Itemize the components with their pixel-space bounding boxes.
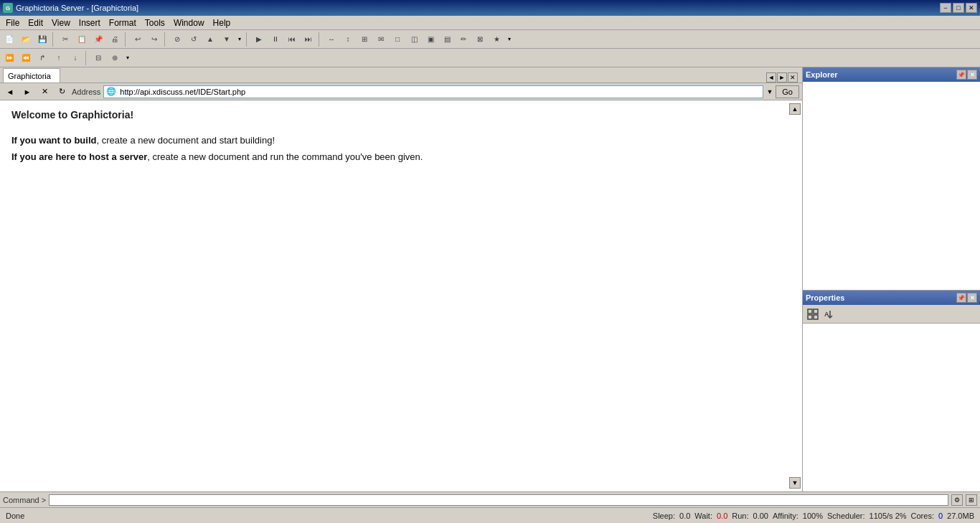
tb5b[interactable]: ↕ xyxy=(340,32,356,47)
menu-insert[interactable]: Insert xyxy=(75,17,105,29)
pause-btn[interactable]: ⏸ xyxy=(268,32,283,47)
play-btn[interactable]: ▶ xyxy=(251,32,267,47)
content-area: Graphictoria ◄ ► ✕ ◄ ► ✕ ↻ Address 🌐 ▼ G xyxy=(0,67,802,491)
main-tab[interactable]: Graphictoria xyxy=(3,68,60,83)
paste-btn[interactable]: 📌 xyxy=(90,32,106,47)
status-right: Sleep: 0.0 Wait: 0.0 Run: 0.00 Affinity:… xyxy=(653,512,974,520)
menu-file[interactable]: File xyxy=(1,17,24,29)
stop-button[interactable]: ✕ xyxy=(37,85,52,99)
tab-left-btn[interactable]: ◄ xyxy=(766,72,776,83)
tab-right-btn[interactable]: ► xyxy=(777,72,787,83)
address-bar: ◄ ► ✕ ↻ Address 🌐 ▼ Go xyxy=(0,83,802,100)
status-left: Done xyxy=(6,512,24,520)
menu-view[interactable]: View xyxy=(47,17,75,29)
redo-btn[interactable]: ↪ xyxy=(146,32,162,47)
run-val: 0.00 xyxy=(753,512,768,520)
back-button[interactable]: ◄ xyxy=(3,85,17,99)
sep5 xyxy=(319,32,321,47)
tb3a[interactable]: ⊘ xyxy=(169,32,185,47)
tb3e-drop[interactable]: ▾ xyxy=(235,32,244,47)
title-text: Graphictoria Server - [Graphictoria] xyxy=(16,4,138,12)
status-bar: Done Sleep: 0.0 Wait: 0.0 Run: 0.00 Affi… xyxy=(0,507,980,523)
tb2b[interactable]: ⏪ xyxy=(18,50,34,66)
tb5l-drop[interactable]: ▾ xyxy=(505,32,514,47)
tb2a[interactable]: ⏩ xyxy=(1,50,17,66)
command-extra-btn[interactable]: ⊞ xyxy=(966,494,977,506)
tb5a[interactable]: ↔ xyxy=(324,32,339,47)
menu-edit[interactable]: Edit xyxy=(24,17,47,29)
tb5d[interactable]: ✉ xyxy=(373,32,389,47)
content-line2: If you are here to host a server, create… xyxy=(11,149,791,165)
new-btn[interactable]: 📄 xyxy=(1,32,17,47)
tb5g[interactable]: ▣ xyxy=(423,32,438,47)
line1-bold: If you want to build xyxy=(11,135,96,146)
print-btn[interactable]: 🖨 xyxy=(107,32,123,47)
sleep-label: Sleep: xyxy=(653,512,675,520)
explorer-close-btn[interactable]: ✕ xyxy=(967,70,977,80)
tb2e[interactable]: ↓ xyxy=(67,50,83,66)
command-bar: Command > ⚙ ⊞ xyxy=(0,491,980,507)
run-label: Run: xyxy=(732,512,748,520)
scroll-down-btn[interactable]: ▼ xyxy=(789,477,801,489)
tb2f[interactable]: ⊟ xyxy=(90,50,106,66)
tb5f[interactable]: ◫ xyxy=(406,32,422,47)
step-back-btn[interactable]: ⏮ xyxy=(284,32,300,47)
line2-rest: , create a new document and run the comm… xyxy=(147,151,423,162)
refresh-button[interactable]: ↻ xyxy=(55,85,69,99)
toolbar2: ⏩ ⏪ ↱ ↑ ↓ ⊟ ⊕ ▾ xyxy=(0,49,980,67)
svg-text:G: G xyxy=(6,5,10,11)
tb2h-drop[interactable]: ▾ xyxy=(123,50,132,66)
address-input[interactable] xyxy=(118,86,763,98)
tb5c[interactable]: ⊞ xyxy=(357,32,372,47)
tb5i[interactable]: ✏ xyxy=(456,32,471,47)
close-button[interactable]: ✕ xyxy=(966,3,977,13)
menu-help[interactable]: Help xyxy=(209,17,235,29)
menu-tools[interactable]: Tools xyxy=(141,17,169,29)
prop-sort-btn[interactable]: A xyxy=(821,307,836,321)
properties-close-btn[interactable]: ✕ xyxy=(967,293,977,303)
minimize-button[interactable]: − xyxy=(940,3,951,13)
command-settings-btn[interactable]: ⚙ xyxy=(951,494,963,506)
tb2d[interactable]: ↑ xyxy=(51,50,67,66)
svg-rect-3 xyxy=(814,309,818,314)
menu-bar: File Edit View Insert Format Tools Windo… xyxy=(0,16,980,30)
go-button[interactable]: Go xyxy=(776,85,799,98)
cores-val: 0 xyxy=(938,512,943,520)
menu-window[interactable]: Window xyxy=(169,17,209,29)
tb5h[interactable]: ▤ xyxy=(439,32,455,47)
line2-bold: If you are here to host a server xyxy=(11,151,147,162)
tb5j[interactable]: ⊠ xyxy=(472,32,488,47)
tb3c[interactable]: ▲ xyxy=(202,32,218,47)
open-btn[interactable]: 📂 xyxy=(18,32,34,47)
svg-rect-2 xyxy=(808,309,812,314)
cut-btn[interactable]: ✂ xyxy=(57,32,73,47)
tb5e[interactable]: □ xyxy=(390,32,405,47)
tab-close-btn[interactable]: ✕ xyxy=(788,72,798,83)
explorer-pin-btn[interactable]: 📌 xyxy=(956,70,966,80)
step-fwd-btn[interactable]: ⏭ xyxy=(301,32,316,47)
command-input[interactable] xyxy=(49,494,948,506)
tb2c[interactable]: ↱ xyxy=(34,50,50,66)
undo-btn[interactable]: ↩ xyxy=(130,32,146,47)
properties-toolbar: A xyxy=(803,305,980,324)
web-content: ▲ Welcome to Graphictoria! If you want t… xyxy=(0,100,802,491)
menu-format[interactable]: Format xyxy=(105,17,141,29)
tab-bar: Graphictoria ◄ ► ✕ xyxy=(0,67,802,83)
wait-label: Wait: xyxy=(694,512,712,520)
forward-button[interactable]: ► xyxy=(20,85,34,99)
properties-pin-btn[interactable]: 📌 xyxy=(956,293,966,303)
copy-btn[interactable]: 📋 xyxy=(74,32,90,47)
right-panel: Explorer 📌 ✕ Properties 📌 ✕ xyxy=(802,67,980,491)
sep6 xyxy=(85,51,88,65)
tb3b[interactable]: ↺ xyxy=(186,32,202,47)
prop-grid-btn[interactable] xyxy=(806,307,820,321)
scroll-up-btn[interactable]: ▲ xyxy=(789,103,801,115)
sep4 xyxy=(246,32,249,47)
tb3d[interactable]: ▼ xyxy=(219,32,235,47)
tb5k[interactable]: ★ xyxy=(489,32,504,47)
save-btn[interactable]: 💾 xyxy=(34,32,50,47)
title-bar-buttons: − □ ✕ xyxy=(940,3,977,13)
tb2g[interactable]: ⊕ xyxy=(107,50,123,66)
maximize-button[interactable]: □ xyxy=(953,3,964,13)
welcome-title: Welcome to Graphictoria! xyxy=(11,109,791,121)
